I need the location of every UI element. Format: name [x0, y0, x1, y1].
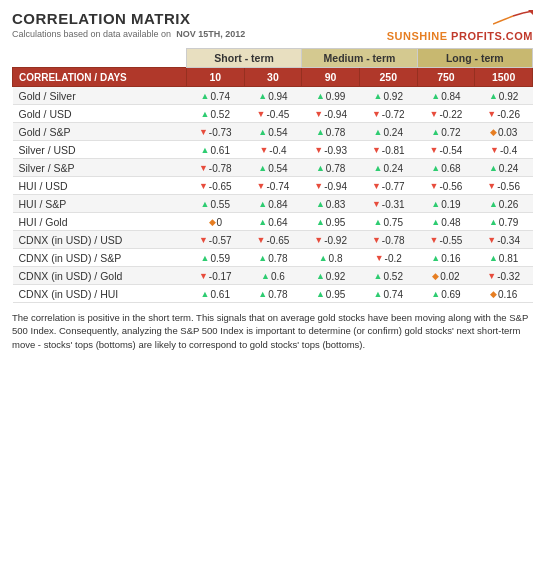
arrow-icon: ▲	[316, 164, 325, 173]
arrow-icon: ◆	[432, 272, 439, 281]
val-cell: ▲0.94	[244, 87, 302, 105]
arrow-icon: ▲	[201, 200, 210, 209]
arrow-icon: ▲	[316, 218, 325, 227]
arrow-icon: ▲	[201, 290, 210, 299]
cell-value: -0.73	[209, 127, 232, 138]
val-cell: ▼-0.78	[359, 231, 417, 249]
val-cell: ▼-0.81	[359, 141, 417, 159]
val-cell: ▼-0.73	[186, 123, 244, 141]
val-cell: ▲0.92	[359, 87, 417, 105]
cell-value: 0.48	[441, 217, 460, 228]
cell-value: -0.77	[382, 181, 405, 192]
cell-value: 0.61	[211, 145, 230, 156]
val-cell: ◆0.03	[475, 123, 533, 141]
cell-value: 0.95	[326, 217, 345, 228]
val-cell: ▲0.24	[359, 159, 417, 177]
val-cell: ▲0.54	[244, 123, 302, 141]
cell-value: 0.52	[211, 109, 230, 120]
medium-term-header: Medium - term	[302, 49, 417, 68]
cell-value: 0.92	[326, 271, 345, 282]
val-cell: ▲0.99	[302, 87, 360, 105]
cell-value: 0.24	[383, 127, 402, 138]
table-row: HUI / S&P▲0.55▲0.84▲0.83▼-0.31▲0.19▲0.26	[13, 195, 533, 213]
footer-text: The correlation is positive in the short…	[12, 311, 533, 351]
cell-value: 0.84	[268, 199, 287, 210]
header: CORRELATION MATRIX Calculations based on…	[12, 10, 533, 42]
arrow-icon: ▼	[257, 182, 266, 191]
cell-value: -0.45	[267, 109, 290, 120]
arrow-icon: ▼	[372, 236, 381, 245]
arrow-icon: ▲	[261, 272, 270, 281]
arrow-icon: ▲	[489, 200, 498, 209]
val-cell: ▲0.78	[302, 159, 360, 177]
cell-value: -0.31	[382, 199, 405, 210]
val-cell: ▲0.92	[302, 267, 360, 285]
val-cell: ▲0.78	[244, 285, 302, 303]
cell-value: 0.19	[441, 199, 460, 210]
val-cell: ▲0.75	[359, 213, 417, 231]
val-cell: ▼-0.55	[417, 231, 475, 249]
val-cell: ▲0.19	[417, 195, 475, 213]
cell-value: 0.02	[440, 271, 459, 282]
page-title: CORRELATION MATRIX	[12, 10, 245, 27]
val-cell: ▼-0.45	[244, 105, 302, 123]
cell-value: -0.26	[497, 109, 520, 120]
arrow-icon: ▼	[490, 146, 499, 155]
val-cell: ▲0.74	[186, 87, 244, 105]
cell-value: -0.81	[382, 145, 405, 156]
long-term-header: Long - term	[417, 49, 532, 68]
col-group-header-row: Short - term Medium - term Long - term	[13, 49, 533, 68]
val-cell: ◆0	[186, 213, 244, 231]
table-row: HUI / USD▼-0.65▼-0.74▼-0.94▼-0.77▼-0.56▼…	[13, 177, 533, 195]
cell-value: -0.4	[500, 145, 517, 156]
cell-value: -0.55	[439, 235, 462, 246]
cell-value: -0.4	[269, 145, 286, 156]
cell-value: 0.81	[499, 253, 518, 264]
val-cell: ▲0.8	[302, 249, 360, 267]
row-label: Silver / S&P	[13, 159, 187, 177]
arrow-icon: ▲	[258, 254, 267, 263]
arrow-icon: ▲	[431, 164, 440, 173]
cell-value: 0.55	[211, 199, 230, 210]
val-cell: ▼-0.32	[475, 267, 533, 285]
val-cell: ▼-0.94	[302, 105, 360, 123]
val-cell: ▲0.61	[186, 141, 244, 159]
cell-value: 0.92	[499, 91, 518, 102]
val-cell: ▼-0.54	[417, 141, 475, 159]
sub-header-row: CORRELATION / DAYS 10 30 90 250 750 1500	[13, 68, 533, 87]
arrow-icon: ▼	[199, 182, 208, 191]
arrow-icon: ▲	[374, 92, 383, 101]
cell-value: -0.65	[267, 235, 290, 246]
val-cell: ▲0.64	[244, 213, 302, 231]
arrow-icon: ▲	[258, 164, 267, 173]
arrow-icon: ▼	[372, 110, 381, 119]
cell-value: -0.17	[209, 271, 232, 282]
subtitle-pre: Calculations based on data available on	[12, 29, 171, 39]
arrow-icon: ▲	[201, 254, 210, 263]
val-cell: ▲0.52	[186, 105, 244, 123]
arrow-icon: ▼	[199, 236, 208, 245]
arrow-icon: ◆	[490, 290, 497, 299]
cell-value: -0.57	[209, 235, 232, 246]
cell-value: 0.74	[211, 91, 230, 102]
table-row: CDNX (in USD) / S&P▲0.59▲0.78▲0.8▼-0.2▲0…	[13, 249, 533, 267]
arrow-icon: ▼	[257, 110, 266, 119]
val-cell: ▲0.95	[302, 213, 360, 231]
correlation-table: Short - term Medium - term Long - term C…	[12, 48, 533, 303]
cell-value: 0.99	[326, 91, 345, 102]
cell-value: 0.54	[268, 127, 287, 138]
val-cell: ▲0.84	[244, 195, 302, 213]
val-cell: ▲0.69	[417, 285, 475, 303]
row-label: Silver / USD	[13, 141, 187, 159]
arrow-icon: ▲	[258, 92, 267, 101]
val-cell: ▲0.81	[475, 249, 533, 267]
cell-value: 0.52	[383, 271, 402, 282]
val-cell: ▼-0.78	[186, 159, 244, 177]
val-cell: ▼-0.77	[359, 177, 417, 195]
table-row: CDNX (in USD) / HUI▲0.61▲0.78▲0.95▲0.74▲…	[13, 285, 533, 303]
arrow-icon: ◆	[209, 218, 216, 227]
cell-value: -0.56	[497, 181, 520, 192]
cell-value: -0.74	[267, 181, 290, 192]
cell-value: -0.94	[324, 109, 347, 120]
cell-value: -0.32	[497, 271, 520, 282]
